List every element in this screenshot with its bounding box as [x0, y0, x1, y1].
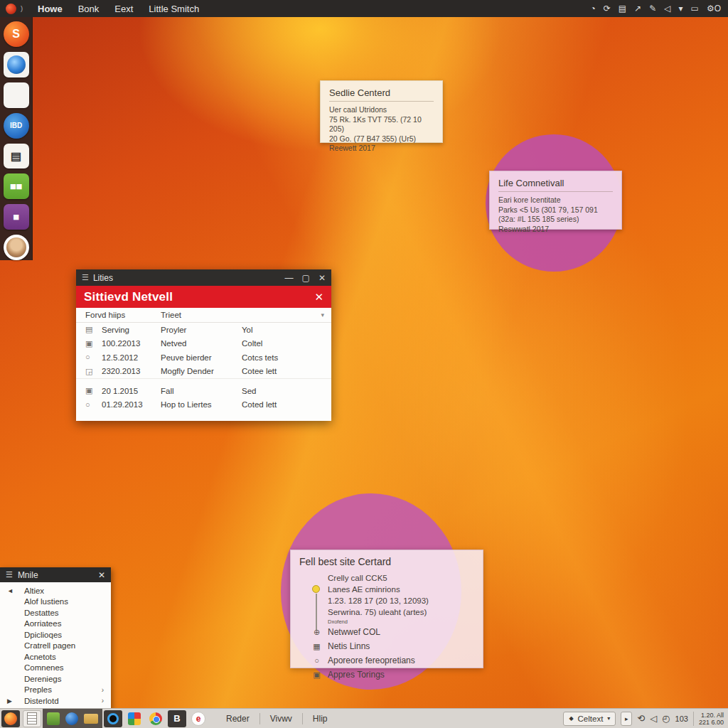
- chevron-down-icon[interactable]: ▾: [321, 311, 324, 318]
- note-line: Parks <5 Us (301 79, 157 091: [498, 205, 613, 215]
- maximize-button[interactable]: ▢: [302, 273, 310, 283]
- blue-disk-icon: ▣: [85, 387, 95, 395]
- circle-icon: ○: [85, 401, 95, 409]
- banner-close-icon[interactable]: ✕: [314, 291, 323, 304]
- quads-glyph: [128, 712, 141, 725]
- green-grid-icon[interactable]: ▦▦: [4, 173, 29, 199]
- updater-pinwheel-icon[interactable]: [4, 82, 29, 108]
- opera-icon[interactable]: e: [189, 710, 208, 727]
- blue-app-icon[interactable]: [65, 712, 78, 725]
- text-editor-icon[interactable]: [23, 710, 41, 727]
- ring-app-icon[interactable]: [104, 710, 122, 727]
- user-avatar[interactable]: [4, 235, 29, 260]
- sync-icon[interactable]: ⟲: [637, 713, 645, 724]
- arrow-left-icon: ◄: [7, 587, 14, 594]
- menu-item[interactable]: Aorriatees: [0, 619, 111, 630]
- notes-list-icon[interactable]: ▤: [4, 144, 29, 169]
- row-status: Cotee lett: [242, 367, 331, 375]
- panel-item[interactable]: ▦ Netis Linns: [299, 639, 474, 653]
- software-s-icon[interactable]: S: [4, 21, 29, 47]
- menu-item-label: Alof lustiens: [24, 597, 68, 606]
- distro-logo-icon[interactable]: [6, 4, 16, 14]
- menu-eext[interactable]: Eext: [114, 4, 133, 14]
- b-app-icon[interactable]: B: [168, 710, 186, 727]
- bulb-icon: [312, 585, 320, 593]
- taskbar-tray: ◆ Celtext ▾ ▸ ⟲ ◁ ◴ 103 1.20. All 221 6.…: [563, 712, 728, 726]
- table-row[interactable]: ◲ 2320.2013 Mogfly Dender Cotee lett: [76, 365, 331, 379]
- network-globe-icon[interactable]: [4, 52, 29, 77]
- menu-item[interactable]: Cratrell pagen: [0, 641, 111, 652]
- panel-item: Serwrina. 75) uleaht (artes): [299, 606, 474, 618]
- panel-item: 1.23. 128 17 (20 13, 12093): [299, 595, 474, 606]
- launcher-dock: S IBD ▤ ▦▦ ▩: [0, 17, 33, 260]
- pinwheel: [6, 85, 26, 105]
- arrow-right-icon: ▶: [7, 697, 12, 705]
- menu-item[interactable]: Dpiclioqes: [0, 629, 111, 641]
- menu-item[interactable]: Preples›: [0, 685, 111, 696]
- battery-icon[interactable]: ▭: [691, 4, 699, 14]
- window-titlebar[interactable]: ☰ Lities — ▢ ✕: [76, 269, 331, 286]
- panel-item[interactable]: ○ Aporeore fereopretians: [299, 653, 474, 668]
- table-row[interactable]: ▤ Serving Proyler Yol: [76, 323, 331, 337]
- photos-app-icon[interactable]: [125, 710, 144, 727]
- note-line: Reswwatl 2017: [498, 225, 613, 235]
- menu-item-label: Preples: [24, 685, 52, 694]
- volume-icon[interactable]: ◁: [650, 713, 657, 724]
- menu-bonk[interactable]: Bonk: [78, 4, 100, 14]
- ibd-app-icon[interactable]: IBD: [4, 113, 29, 139]
- note-line: Eari kore Icentitate: [498, 196, 613, 205]
- sticky-note-sedlie[interactable]: Sedlie Centerd Uer caal Utridons 75 Rk. …: [320, 80, 443, 143]
- green-app-icon[interactable]: [47, 712, 60, 725]
- menu-item[interactable]: Dereniegs: [0, 673, 111, 685]
- menu-item[interactable]: Acnetots: [0, 651, 111, 663]
- panel-item[interactable]: ▣ Appres Torings: [299, 668, 474, 682]
- avatar-face: [6, 237, 26, 257]
- purple-media-icon[interactable]: ▩: [4, 204, 29, 230]
- context-menu-body: ◄Altiex Alof lustiens Destattes Aorriate…: [0, 582, 111, 711]
- menu-little-smitch[interactable]: Little Smitch: [149, 4, 199, 14]
- row-status: Cotcs tets: [242, 353, 331, 362]
- clock-icon[interactable]: ◴: [662, 713, 670, 724]
- menu-item[interactable]: Comnenes: [0, 663, 111, 674]
- power-icon[interactable]: ⚙O: [707, 4, 721, 14]
- chrome-icon[interactable]: [146, 710, 165, 727]
- table-row[interactable]: ○ 01.29.2013 Hop to Liertes Coted lett: [76, 398, 331, 412]
- menu-item[interactable]: ◄Altiex: [0, 585, 111, 596]
- volume-icon[interactable]: ◁: [664, 4, 670, 14]
- clock-display[interactable]: 1.20. All 221 6.00: [693, 712, 724, 726]
- panel-item[interactable]: ⊕ Netwwef COL: [299, 625, 474, 639]
- menu-howe[interactable]: Howe: [38, 4, 63, 14]
- close-button[interactable]: ✕: [318, 273, 326, 283]
- document-icon[interactable]: ▤: [619, 4, 626, 14]
- context-menu-header[interactable]: ☰ Mnile ✕: [0, 567, 111, 582]
- taskbar-menu-reder[interactable]: Reder: [216, 714, 259, 724]
- sync-icon[interactable]: ⟳: [604, 4, 611, 14]
- list-header-row[interactable]: Forvd hiips Trieet ▾: [76, 308, 331, 323]
- note-line: Uer caal Utridons: [329, 105, 434, 115]
- folder-icon[interactable]: [84, 714, 98, 724]
- menu-item[interactable]: Alof lustiens: [0, 596, 111, 608]
- celtext-dropdown[interactable]: ◆ Celtext ▾: [563, 712, 616, 726]
- panel-item-label: Aporeore fereopretians: [328, 655, 415, 665]
- expand-button[interactable]: ▸: [621, 712, 632, 726]
- menu-item[interactable]: ▶Disterlotd›: [0, 695, 111, 707]
- minimize-button[interactable]: —: [285, 273, 294, 283]
- table-row[interactable]: ○ 12.5.2012 Peuve bierder Cotcs tets: [76, 350, 331, 365]
- firefox-icon[interactable]: [1, 710, 20, 727]
- sticky-note-life[interactable]: Life Comnetivall Eari kore Icentitate Pa…: [489, 171, 622, 230]
- close-icon[interactable]: ✕: [98, 570, 105, 580]
- panel-item-label: Serwrina. 75) uleaht (artes): [328, 608, 427, 616]
- menu-item-label: Dpiclioqes: [24, 631, 62, 639]
- panel-item[interactable]: Lanes AE cminrions: [299, 584, 474, 595]
- status-clock-icon[interactable]: ◔: [591, 4, 596, 14]
- pen-icon[interactable]: ✎: [649, 4, 656, 14]
- taskbar-menu-hlip[interactable]: Hlip: [303, 714, 338, 724]
- table-row[interactable]: ▣ 100.22013 Netved Coltel: [76, 337, 331, 351]
- desktop: ) Howe Bonk Eext Little Smitch ◔ ⟳ ▤ ↗ ✎…: [0, 0, 728, 728]
- menu-item[interactable]: Destattes: [0, 607, 111, 619]
- taskbar-menu-vivwv[interactable]: Vivwv: [260, 714, 302, 724]
- network-arrow-icon[interactable]: ↗: [634, 4, 641, 14]
- panel-item-small: Dxofend: [299, 618, 474, 625]
- caret-down-icon[interactable]: ▾: [679, 4, 683, 14]
- table-row[interactable]: ▣ 20 1.2015 Fall Sed: [76, 384, 331, 398]
